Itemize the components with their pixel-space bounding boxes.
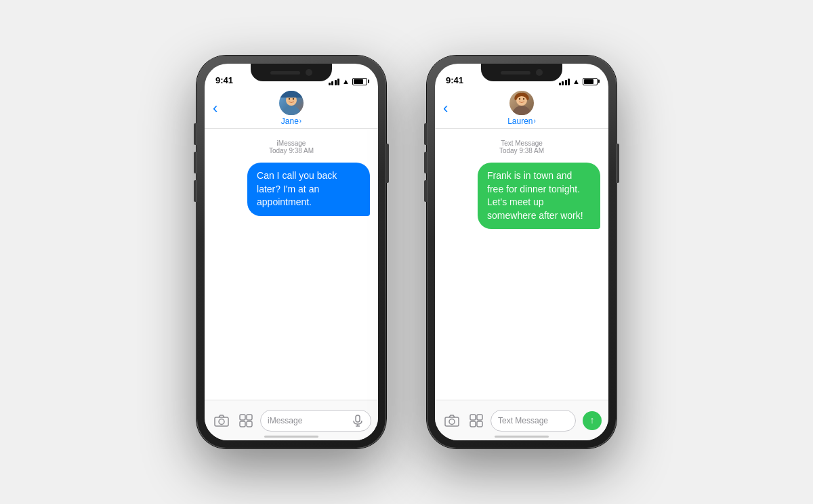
phone-frame-lauren: 9:41 ▲: [427, 56, 617, 448]
message-row-jane: Can I call you back later? I'm at an app…: [205, 160, 378, 219]
svg-rect-11: [356, 415, 360, 422]
speaker-lauren: [501, 71, 530, 75]
input-container-jane[interactable]: iMessage: [260, 410, 371, 432]
nav-center-jane: Jane ›: [279, 91, 304, 126]
chevron-icon-lauren: ›: [534, 117, 536, 125]
signal-icon-jane: [329, 77, 340, 85]
message-row-lauren: Frank is in town and free for dinner ton…: [435, 160, 608, 232]
svg-point-14: [512, 106, 531, 115]
back-button-lauren[interactable]: ‹: [443, 100, 448, 117]
signal-icon-lauren: [559, 77, 570, 85]
svg-point-3: [293, 98, 294, 99]
svg-rect-7: [240, 415, 245, 420]
nav-center-lauren: Lauren ›: [507, 91, 536, 126]
svg-point-6: [219, 419, 224, 424]
home-indicator-lauren: [495, 436, 549, 438]
svg-point-16: [519, 98, 520, 99]
message-bubble-lauren: Frank is in town and free for dinner ton…: [478, 163, 600, 229]
svg-rect-21: [477, 415, 482, 420]
message-bubble-jane: Can I call you back later? I'm at an app…: [247, 163, 370, 216]
nav-bar-jane: ‹ Jane: [205, 88, 378, 129]
back-button-jane[interactable]: ‹: [213, 100, 217, 117]
battery-icon-lauren: [583, 78, 598, 85]
input-placeholder-lauren: Text Message: [498, 416, 568, 425]
svg-rect-10: [247, 421, 252, 427]
notch-lauren: [481, 64, 562, 81]
camera-button-lauren[interactable]: [442, 411, 462, 431]
send-button-lauren[interactable]: ↑: [583, 411, 602, 430]
send-arrow-icon: ↑: [590, 415, 595, 425]
input-container-lauren[interactable]: Text Message: [491, 410, 576, 432]
avatar-lauren: [509, 91, 534, 115]
contact-name-jane[interactable]: Jane ›: [281, 117, 301, 126]
chevron-icon-jane: ›: [299, 117, 301, 125]
phone-jane: 9:41 ▲: [196, 56, 386, 448]
battery-icon-jane: [352, 78, 367, 85]
notch-jane: [251, 64, 332, 81]
svg-rect-22: [470, 421, 476, 427]
camera-button-jane[interactable]: [211, 411, 232, 431]
camera-dot-lauren: [536, 69, 543, 76]
phone-frame-jane: 9:41 ▲: [196, 56, 386, 448]
home-indicator-jane: [264, 436, 318, 438]
svg-rect-23: [477, 421, 482, 427]
input-placeholder-jane: iMessage: [268, 416, 352, 425]
contact-name-lauren[interactable]: Lauren ›: [507, 117, 536, 126]
wifi-icon-jane: ▲: [342, 77, 350, 85]
svg-rect-9: [240, 421, 245, 427]
bottom-bar-jane: iMessage: [205, 400, 378, 440]
speaker-jane: [270, 71, 300, 75]
svg-point-19: [449, 419, 455, 424]
apps-button-lauren[interactable]: [466, 411, 486, 431]
avatar-jane: [279, 91, 304, 115]
timestamp-lauren: Text Message Today 9:38 AM: [435, 129, 608, 160]
messages-area-jane: iMessage Today 9:38 AM Can I call you ba…: [205, 129, 378, 400]
status-icons-lauren: ▲: [559, 77, 598, 85]
svg-point-2: [289, 98, 290, 99]
svg-point-0: [282, 106, 301, 115]
status-icons-jane: ▲: [329, 77, 367, 85]
messages-area-lauren: Text Message Today 9:38 AM Frank is in t…: [435, 129, 608, 400]
timestamp-jane: iMessage Today 9:38 AM: [205, 129, 378, 160]
svg-point-17: [523, 98, 524, 99]
bottom-bar-lauren: Text Message ↑: [435, 400, 608, 440]
dictation-icon-jane[interactable]: [352, 415, 364, 427]
phone-screen-lauren: 9:41 ▲: [435, 64, 608, 440]
camera-dot-jane: [306, 69, 312, 76]
apps-button-jane[interactable]: [236, 411, 256, 431]
wifi-icon-lauren: ▲: [572, 77, 580, 85]
phone-lauren: 9:41 ▲: [427, 56, 617, 448]
phone-screen-jane: 9:41 ▲: [205, 64, 378, 440]
nav-bar-lauren: ‹ Lauren ›: [435, 88, 608, 129]
svg-rect-20: [470, 415, 476, 420]
svg-rect-8: [247, 415, 252, 420]
